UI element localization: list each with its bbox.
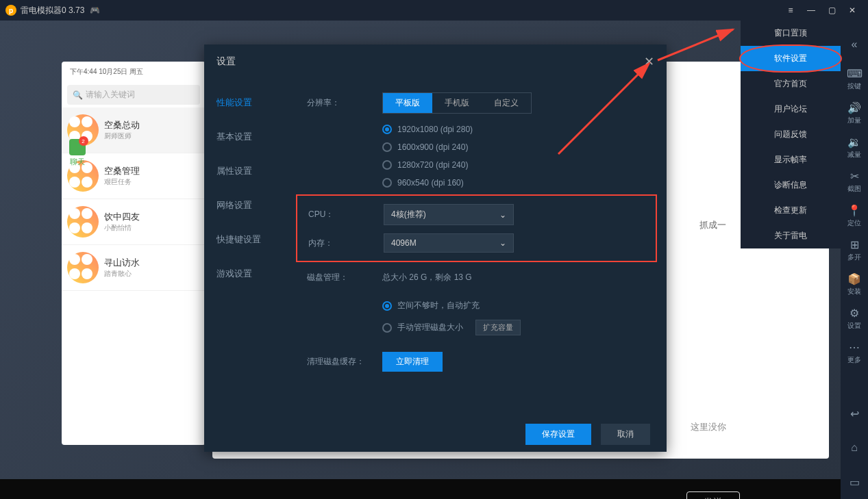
send-button[interactable]: 发送 bbox=[686, 491, 740, 499]
tool-multi[interactable]: ⊞多开 bbox=[841, 233, 868, 267]
pin-icon: 📍 bbox=[847, 204, 861, 217]
scissors-icon: ✂ bbox=[850, 170, 859, 183]
chat-tab[interactable]: 2 聊天 bbox=[65, 139, 89, 167]
resolution-option[interactable]: 960x540 (dpi 160) bbox=[382, 174, 646, 192]
menu-update[interactable]: 检查更新 bbox=[741, 198, 841, 223]
tool-screenshot[interactable]: ✂截图 bbox=[841, 164, 868, 199]
disk-auto-option[interactable]: 空间不够时，自动扩充 bbox=[382, 296, 646, 316]
chat-time: 下午4:44 10月25日 周五 bbox=[62, 62, 206, 82]
maximize-button[interactable]: ▢ bbox=[821, 0, 842, 21]
gear-icon: ⚙ bbox=[850, 307, 859, 320]
radio-icon bbox=[382, 301, 392, 311]
clear-cache-button[interactable]: 立即清理 bbox=[382, 352, 443, 372]
chat-search-input[interactable]: 🔍 请输入关键词 bbox=[67, 85, 200, 105]
dropdown-menu: 窗口置顶 软件设置 官方首页 用户论坛 问题反馈 显示帧率 诊断信息 检查更新 … bbox=[741, 21, 841, 248]
avatar bbox=[67, 252, 99, 283]
menu-pin-top[interactable]: 窗口置顶 bbox=[741, 21, 841, 46]
titlebar: p 雷电模拟器0 3.73 🎮 ≡ — ▢ ✕ bbox=[0, 0, 868, 21]
sidebar-network[interactable]: 网络设置 bbox=[204, 188, 286, 222]
sidebar-game[interactable]: 游戏设置 bbox=[204, 257, 286, 291]
minimize-button[interactable]: — bbox=[801, 0, 821, 21]
cpu-label: CPU： bbox=[308, 209, 384, 220]
close-icon[interactable]: ✕ bbox=[644, 54, 654, 69]
resolution-option[interactable]: 1920x1080 (dpi 280) bbox=[382, 120, 646, 138]
menu-forum[interactable]: 用户论坛 bbox=[741, 97, 841, 122]
collapse-toolbar[interactable]: « bbox=[841, 27, 868, 62]
resolution-option[interactable]: 1280x720 (dpi 240) bbox=[382, 156, 646, 174]
chat-panel: 下午4:44 10月25日 周五 🔍 请输入关键词 空桑总动厨师医师 空桑管理艰… bbox=[62, 62, 206, 445]
tool-more[interactable]: ⋯更多 bbox=[841, 335, 868, 370]
dialog-title: 设置 bbox=[216, 55, 236, 68]
sidebar-shortcut[interactable]: 快捷键设置 bbox=[204, 222, 286, 257]
clear-label: 清理磁盘缓存： bbox=[307, 356, 382, 368]
save-button[interactable]: 保存设置 bbox=[525, 424, 591, 445]
cpu-select[interactable]: 4核(推荐)⌄ bbox=[384, 204, 514, 225]
more-icon: ⋯ bbox=[849, 341, 860, 354]
memory-label: 内存： bbox=[308, 238, 384, 249]
highlight-box: CPU： 4核(推荐)⌄ 内存： 4096M⌄ bbox=[296, 194, 657, 262]
disk-label: 磁盘管理： bbox=[307, 272, 382, 283]
tool-location[interactable]: 📍定位 bbox=[841, 199, 868, 233]
tool-settings[interactable]: ⚙设置 bbox=[841, 301, 868, 335]
grab-text: 抓成一 bbox=[699, 219, 726, 231]
tool-install[interactable]: 📦安装 bbox=[841, 267, 868, 301]
volume-up-icon: 🔊 bbox=[847, 101, 861, 114]
radio-icon bbox=[382, 323, 392, 333]
multi-icon: ⊞ bbox=[850, 238, 859, 251]
resolution-option[interactable]: 1600x900 (dpi 240) bbox=[382, 138, 646, 156]
nav-recent[interactable]: ▭ bbox=[841, 465, 868, 499]
menu-feedback[interactable]: 问题反馈 bbox=[741, 122, 841, 147]
tool-volume-down[interactable]: 🔉减量 bbox=[841, 130, 868, 164]
msg-text: 这里没你 bbox=[691, 421, 726, 433]
settings-dialog: 设置 ✕ 性能设置 基本设置 属性设置 网络设置 快捷键设置 游戏设置 分辨率：… bbox=[204, 44, 667, 452]
nav-back[interactable]: ↩ bbox=[841, 396, 868, 431]
menu-software-settings[interactable]: 软件设置 bbox=[741, 46, 841, 71]
radio-icon bbox=[382, 125, 392, 134]
menu-fps[interactable]: 显示帧率 bbox=[741, 147, 841, 172]
chat-item[interactable]: 寻山访水踏青散心 bbox=[62, 245, 206, 291]
avatar bbox=[67, 206, 99, 238]
menu-diagnostics[interactable]: 诊断信息 bbox=[741, 172, 841, 198]
disk-info: 总大小 26 G，剩余 13 G bbox=[382, 272, 472, 283]
chevron-down-icon: ⌄ bbox=[499, 238, 506, 248]
app-logo-icon: p bbox=[5, 5, 16, 16]
radio-icon bbox=[382, 160, 392, 170]
tab-phone[interactable]: 手机版 bbox=[432, 93, 482, 113]
chat-item[interactable]: 饮中四友小酌怡情 bbox=[62, 199, 206, 245]
menu-homepage[interactable]: 官方首页 bbox=[741, 71, 841, 97]
right-toolbar: « ⌨按键 🔊加量 🔉减量 ✂截图 📍定位 ⊞多开 📦安装 ⚙设置 ⋯更多 ↩ … bbox=[841, 21, 868, 499]
volume-down-icon: 🔉 bbox=[847, 136, 861, 149]
controller-icon: 🎮 bbox=[90, 5, 100, 15]
nav-home[interactable]: ⌂ bbox=[841, 431, 868, 465]
tab-custom[interactable]: 自定义 bbox=[482, 93, 531, 113]
sidebar-basic[interactable]: 基本设置 bbox=[204, 120, 286, 154]
resolution-label: 分辨率： bbox=[307, 97, 382, 109]
radio-icon bbox=[382, 142, 392, 152]
memory-select[interactable]: 4096M⌄ bbox=[384, 233, 514, 253]
menu-about[interactable]: 关于雷电 bbox=[741, 223, 841, 248]
chat-icon: 2 bbox=[69, 139, 86, 155]
cancel-button[interactable]: 取消 bbox=[601, 424, 650, 445]
sidebar-performance[interactable]: 性能设置 bbox=[204, 86, 286, 120]
disk-manual-option[interactable]: 手动管理磁盘大小扩充容量 bbox=[382, 316, 646, 340]
radio-icon bbox=[382, 178, 392, 188]
expand-button[interactable]: 扩充容量 bbox=[475, 320, 521, 335]
sidebar-attribute[interactable]: 属性设置 bbox=[204, 154, 286, 188]
settings-sidebar: 性能设置 基本设置 属性设置 网络设置 快捷键设置 游戏设置 bbox=[204, 79, 286, 414]
search-icon: 🔍 bbox=[73, 90, 83, 100]
tool-volume-up[interactable]: 🔊加量 bbox=[841, 96, 868, 130]
chevron-down-icon: ⌄ bbox=[499, 210, 506, 220]
tab-tablet[interactable]: 平板版 bbox=[383, 93, 432, 113]
package-icon: 📦 bbox=[847, 272, 861, 285]
close-button[interactable]: ✕ bbox=[842, 0, 863, 21]
tool-keys[interactable]: ⌨按键 bbox=[841, 62, 868, 96]
app-title: 雷电模拟器0 3.73 bbox=[21, 5, 84, 16]
keyboard-icon: ⌨ bbox=[847, 67, 863, 80]
hamburger-icon[interactable]: ≡ bbox=[780, 0, 801, 21]
